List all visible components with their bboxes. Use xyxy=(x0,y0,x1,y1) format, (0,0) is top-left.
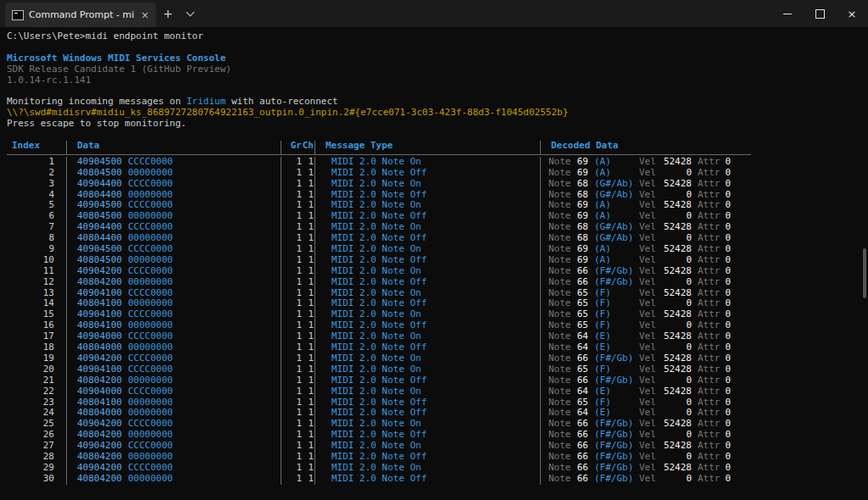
row-decoded: Note66(F#/Gb)Vel52428Attr0 xyxy=(540,463,751,474)
data-word1: 40804500 xyxy=(77,254,122,265)
data-word1: 40904100 xyxy=(77,364,122,375)
data-word2: CCCC0000 xyxy=(128,156,173,167)
monitor-table-body: 1 40904500CCCC0000 11 MIDI 2.0 Note On N… xyxy=(7,157,751,485)
attr-label: Attr xyxy=(692,386,720,397)
note-number: 69 xyxy=(571,255,588,266)
data-word2: CCCC0000 xyxy=(128,308,173,319)
close-icon: × xyxy=(848,8,857,20)
row-index: 29 xyxy=(7,463,66,474)
data-word1: 40904500 xyxy=(77,199,122,210)
message-type: MIDI 2.0 Note On xyxy=(314,463,540,474)
row-grch: 11 xyxy=(281,255,314,266)
row-index: 25 xyxy=(7,419,66,430)
row-grch: 11 xyxy=(281,244,314,255)
attr-value: 0 xyxy=(720,157,731,168)
attr-value: 0 xyxy=(720,463,731,474)
row-grch: 11 xyxy=(281,364,314,375)
command-prompt-icon xyxy=(12,10,24,20)
note-label: Note xyxy=(548,157,571,168)
new-tab-button[interactable]: + xyxy=(156,0,180,27)
row-index: 4 xyxy=(7,190,66,201)
ch-value: 1 xyxy=(302,452,314,463)
vel-label: Vel xyxy=(639,255,658,266)
data-word1: 40804200 xyxy=(77,451,122,462)
escape-hint-line: Press escape to stop monitoring. xyxy=(7,119,868,130)
vel-label: Vel xyxy=(639,277,658,288)
col-header-decoded: Decoded Data xyxy=(540,141,751,154)
maximize-button[interactable] xyxy=(804,0,836,27)
data-word1: 40904200 xyxy=(77,440,122,451)
ch-value: 1 xyxy=(302,255,314,266)
data-word1: 40804200 xyxy=(77,429,122,440)
gr-value: 1 xyxy=(281,452,302,463)
data-word1: 40904200 xyxy=(77,418,122,429)
titlebar-drag-area xyxy=(200,0,771,27)
note-number: 66 xyxy=(571,277,588,288)
vel-value: 52428 xyxy=(658,266,692,277)
tab-dropdown-button[interactable] xyxy=(180,0,200,27)
ch-value: 1 xyxy=(302,244,314,255)
data-word2: 00000000 xyxy=(128,429,173,440)
tab-close-icon[interactable]: × xyxy=(139,10,151,20)
row-index: 6 xyxy=(7,211,66,222)
row-grch: 11 xyxy=(281,474,314,485)
close-button[interactable]: × xyxy=(836,0,868,27)
scrollbar[interactable] xyxy=(861,27,868,500)
col-header-message: Message Type xyxy=(314,141,540,154)
attr-label: Attr xyxy=(692,179,720,190)
vel-label: Vel xyxy=(639,244,658,255)
note-number: 66 xyxy=(571,463,588,474)
gr-value: 1 xyxy=(281,474,302,485)
row-index: 1 xyxy=(7,157,66,168)
message-type: MIDI 2.0 Note On xyxy=(314,266,540,277)
note-name: (F) xyxy=(588,364,639,375)
note-name: (A) xyxy=(588,168,639,179)
vel-label: Vel xyxy=(639,266,658,277)
message-type: MIDI 2.0 Note Off xyxy=(314,342,540,353)
ch-value: 1 xyxy=(302,375,314,386)
row-index: 27 xyxy=(7,441,66,452)
gr-value: 1 xyxy=(281,255,302,266)
data-word2: 00000000 xyxy=(128,254,173,265)
data-word1: 40804100 xyxy=(77,397,122,408)
ch-value: 1 xyxy=(302,266,314,277)
row-index: 22 xyxy=(7,386,66,397)
ch-value: 1 xyxy=(302,157,314,168)
row-data: 4080420000000000 xyxy=(66,474,281,485)
vel-label: Vel xyxy=(639,386,658,397)
attr-label: Attr xyxy=(692,157,720,168)
minimize-button[interactable] xyxy=(771,0,804,27)
data-word2: CCCC0000 xyxy=(128,418,173,429)
data-word1: 40904100 xyxy=(77,308,122,319)
row-decoded: Note64(E)Vel0Attr0 xyxy=(540,342,751,353)
data-word2: 00000000 xyxy=(128,473,173,484)
note-name: (E) xyxy=(588,386,639,397)
attr-label: Attr xyxy=(692,244,720,255)
gr-value: 1 xyxy=(281,244,302,255)
data-word2: 00000000 xyxy=(128,232,173,243)
ch-value: 1 xyxy=(302,474,314,485)
data-word1: 40904100 xyxy=(77,287,122,298)
row-index: 15 xyxy=(7,309,66,320)
row-decoded: Note68(G#/Ab)Vel52428Attr0 xyxy=(540,179,751,190)
scrollbar-thumb[interactable] xyxy=(863,248,866,298)
terminal-tab[interactable]: Command Prompt - midi end × xyxy=(5,3,156,27)
data-word1: 40804200 xyxy=(77,276,122,287)
data-word1: 40904200 xyxy=(77,462,122,473)
note-label: Note xyxy=(548,353,571,364)
attr-value: 0 xyxy=(720,277,731,288)
attr-value: 0 xyxy=(720,364,731,375)
vel-value: 0 xyxy=(658,277,692,288)
row-index: 30 xyxy=(7,474,66,485)
minimize-icon xyxy=(783,14,792,14)
vel-value: 0 xyxy=(658,168,692,179)
data-word1: 40804500 xyxy=(77,210,122,221)
row-index: 18 xyxy=(7,342,66,353)
gr-value: 1 xyxy=(281,179,302,190)
ch-value: 1 xyxy=(302,168,314,179)
data-word2: CCCC0000 xyxy=(128,440,173,451)
gr-value: 1 xyxy=(281,353,302,364)
terminal-content[interactable]: C:\Users\Pete>midi endpoint monitor Micr… xyxy=(0,27,868,500)
note-label: Note xyxy=(548,244,571,255)
monitoring-suffix: with auto-reconnect xyxy=(225,96,337,107)
